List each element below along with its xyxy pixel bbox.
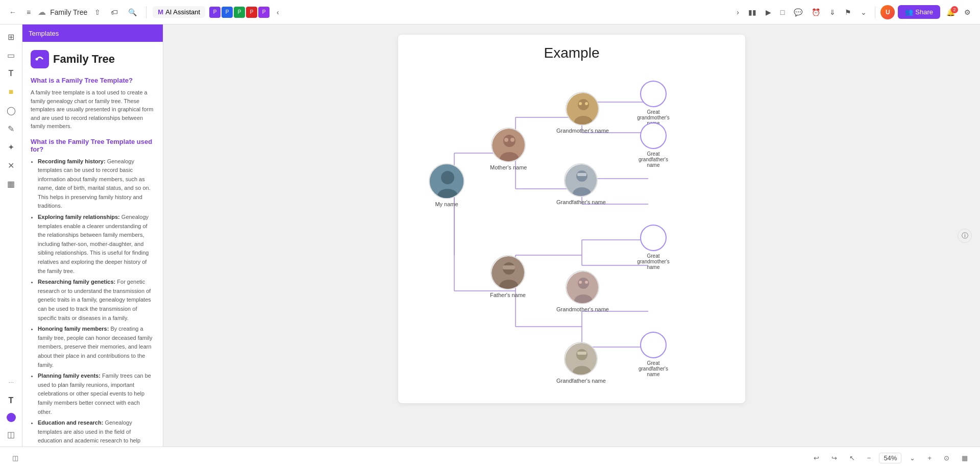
svg-point-42 [579,102,582,105]
collab-icon-4: P [246,7,257,18]
play-button[interactable]: ▶ [763,6,774,18]
collab-icon-2: P [222,7,233,18]
gg2-circle [640,122,667,149]
bullet-6: Education and research: Genealogy templa… [38,418,155,447]
svg-point-51 [579,281,582,284]
canvas-content: Example [163,24,980,447]
node-gg3: Great grandmother's name [633,225,674,270]
panel-toggle-button[interactable]: ◫ [8,452,22,464]
bookmark-button[interactable]: 🏷 [108,6,121,18]
divider2 [875,6,875,18]
sidebar-item-format[interactable]: ✕ [3,157,19,174]
zoom-dropdown-button[interactable]: ⌄ [905,452,919,464]
search-button[interactable]: 🔍 [125,6,140,18]
ft-logo [31,50,49,68]
zoom-out-button[interactable]: − [863,452,875,464]
svg-point-33 [504,138,508,142]
sidebar-item-table[interactable]: ▦ [3,176,19,192]
svg-point-43 [585,102,588,105]
download-button[interactable]: ⇓ [826,6,839,18]
svg-point-52 [585,281,588,284]
collab-icon-1: P [209,7,220,18]
node-mother: Mother's name [490,128,527,170]
template-panel: Templates Family Tree What is a Family T… [22,24,163,447]
expand-button[interactable]: › [733,6,742,18]
svg-rect-47 [577,173,586,176]
zoom-level: 54% [879,453,901,463]
bottom-toolbar: ◫ ↩ ↪ ↖ − 54% ⌄ + ⊙ ▦ [0,447,980,469]
paternal-grandfather-label: Grandfather's name [556,378,606,384]
undo-button[interactable]: ↩ [810,452,823,464]
paternal-grandfather-photo [564,342,598,376]
node-me: My name [429,163,464,207]
upload-button[interactable]: ⇧ [91,6,104,18]
timer-button[interactable]: ⏰ [808,6,823,18]
menu-icon: ≡ [27,8,31,16]
toolbar-right: › ▮▮ ▶ □ 💬 ⏰ ⇓ ⚑ ⌄ U 👥 Share 🔔 2 ⚙ [733,5,974,19]
chevron-left-button[interactable]: ‹ [274,6,282,18]
notification-button[interactable]: 🔔 2 [943,6,958,18]
maternal-grandmother-label: Grandmother's name [556,128,609,134]
sidebar-item-pen[interactable]: ✎ [3,120,19,137]
info-button[interactable]: ⓘ [958,229,972,243]
bullet-3: Researching family genetics: For genetic… [38,278,155,323]
comment-button[interactable]: 💬 [791,6,805,18]
bullet-list: Recording family history: Genealogy temp… [31,157,155,447]
node-gg2: Great grandfather's name [633,122,674,168]
fit-screen-button[interactable]: ⊙ [940,452,953,464]
ai-assistant-button[interactable]: M AI Assistant [153,6,205,18]
share-label: Share [915,8,933,16]
toolbar-left: ← ≡ ☁ Family Tree ⇧ 🏷 🔍 M AI Assistant P… [6,6,729,18]
chevron-down-button[interactable]: ⌄ [857,6,870,18]
sidebar-item-more[interactable]: ⋯ [3,374,19,390]
gg2-label: Great grandfather's name [633,151,674,168]
me-label: My name [435,201,458,207]
gg4-label: Great grandfather's name [633,360,674,377]
panel-header-text: Templates [29,30,59,37]
example-container: Example [398,35,745,403]
collab-icon-5: P [258,7,270,18]
sidebar-item-text2[interactable]: T [3,392,19,409]
sidebar-color-dot [7,413,16,422]
used-for-title: What is the Family Tree Template used fo… [31,138,155,153]
settings-button[interactable]: ⚙ [961,6,974,18]
sidebar-item-magic[interactable]: ✦ [3,139,19,155]
bullet-4: Honoring family members: By creating a f… [38,325,155,369]
flag-button[interactable]: ⚑ [842,6,854,18]
node-gg4: Great grandfather's name [633,332,674,377]
node-paternal-grandfather: Grandfather's name [556,342,606,384]
sidebar-item-panel[interactable]: ◫ [3,426,19,442]
node-paternal-grandmother: Grandmother's name [556,270,609,312]
svg-point-28 [441,171,454,184]
zoom-in-button[interactable]: + [923,452,936,464]
sidebar-item-text[interactable]: T [3,65,19,82]
panel-content: Family Tree What is a Family Tree Templa… [22,42,163,447]
sidebar-item-shapes[interactable]: ◯ [3,102,19,118]
panel-header: Templates [22,24,163,42]
top-toolbar: ← ≡ ☁ Family Tree ⇧ 🏷 🔍 M AI Assistant P… [0,0,980,24]
template-button[interactable]: ▮▮ [745,6,760,18]
mother-label: Mother's name [490,164,527,170]
redo-button[interactable]: ↪ [827,452,841,464]
present-button[interactable]: □ [777,6,788,18]
paternal-grandmother-label: Grandmother's name [556,306,609,312]
share-icon: 👥 [905,8,913,16]
sidebar-item-sticky[interactable]: ■ [3,84,19,100]
sidebar-item-frame[interactable]: ▭ [3,47,19,63]
svg-point-0 [36,58,38,61]
what-is-text: A family tree template is a tool used to… [31,88,155,131]
sidebar-item-grid[interactable]: ⊞ [3,29,19,45]
back-button[interactable]: ← [6,6,19,18]
grid-view-button[interactable]: ▦ [958,452,972,464]
menu-button[interactable]: ≡ [23,6,34,18]
bookmark-icon: 🏷 [111,8,118,16]
bullet-1: Recording family history: Genealogy temp… [38,157,155,211]
gg3-circle [640,225,667,251]
cursor-button[interactable]: ↖ [845,452,859,464]
ai-icon: M [158,8,163,16]
share-button[interactable]: 👥 Share [898,5,940,19]
gg4-circle [640,332,667,358]
ft-title-row: Family Tree [31,50,155,68]
node-gg1: Great grandmother's name [633,81,674,126]
canvas-area[interactable]: Example [163,24,980,447]
